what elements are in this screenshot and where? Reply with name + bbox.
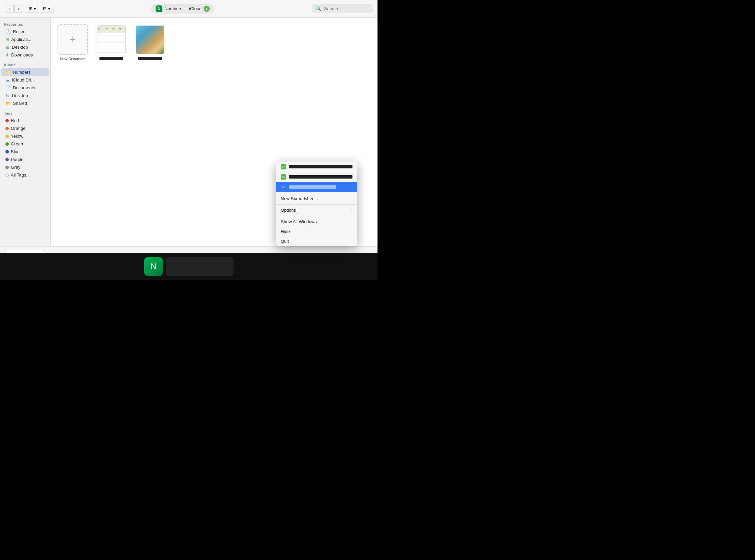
sidebar-item-desktop2[interactable]: 🖥 Desktop (1, 92, 49, 99)
new-document-thumb: + (58, 24, 88, 55)
view-toggle: ⊞ ▾ ⊟ ▾ (26, 5, 54, 13)
sidebar-shared-label: Shared (13, 101, 27, 106)
cm-new-spreadsheet[interactable]: New Spreadsheet... (276, 194, 357, 204)
cm-item-2[interactable]: N (276, 172, 357, 182)
sidebar-item-orange[interactable]: Orange (1, 124, 49, 132)
back-button[interactable]: ‹ (5, 5, 14, 13)
search-input[interactable] (324, 6, 372, 11)
title-pill: N Numbers — iCloud ▴ (151, 4, 215, 14)
cm-divider-2 (276, 204, 357, 205)
file-label-1-redacted (99, 57, 123, 60)
doc-icon: 📄 (5, 85, 11, 90)
toolbar: ‹ › ⊞ ▾ ⊟ ▾ N Numbers — iCloud ▴ 🔍 (0, 0, 378, 18)
download-icon: ⬇ (5, 53, 9, 58)
photo-preview (136, 25, 164, 54)
sidebar-item-desktop[interactable]: 🖥 Desktop (1, 43, 49, 51)
cm-numbers-icon-3: N (281, 184, 286, 190)
purple-dot (5, 158, 9, 161)
cm-divider-1 (276, 193, 357, 193)
all-tags-dot (5, 174, 9, 177)
file-thumb-2 (135, 24, 165, 55)
cloud-icon: ☁ (5, 77, 10, 82)
numbers-app-icon: N (156, 5, 162, 12)
grid-icon: ⊞ (29, 6, 33, 11)
list-dropdown-arrow: ▾ (48, 6, 51, 11)
title-arrow-icon: ▴ (204, 6, 210, 12)
cm-item-1[interactable]: N (276, 162, 357, 172)
clock-icon: 🕐 (5, 29, 11, 34)
cm-options-label: Options (281, 208, 349, 213)
sidebar-section-favourites: Favourites 🕐 Recent ⊞ Applicati... 🖥 Des… (0, 21, 51, 59)
folder-numbers-icon: 📁 (5, 70, 11, 75)
cm-hide[interactable]: Hide (276, 226, 357, 236)
file-grid: + New Document Jan Feb Mar (58, 24, 371, 61)
sidebar-item-downloads[interactable]: ⬇ Downloads (1, 51, 49, 59)
yellow-dot (5, 135, 9, 138)
sidebar-downloads-label: Downloads (11, 53, 33, 58)
sidebar-section-icloud: iCloud 📁 Numbers ☁ iCloud Dri... 📄 Docum… (0, 62, 51, 107)
file-label-2-redacted (138, 57, 162, 60)
search-bar[interactable]: 🔍 (312, 4, 373, 13)
sidebar-item-blue[interactable]: Blue (1, 148, 49, 156)
taskbar: N (0, 253, 378, 280)
cm-show-all-windows[interactable]: Show All Windows (276, 217, 357, 226)
cm-options[interactable]: Options › (276, 205, 357, 215)
cm-label-1-redacted (289, 165, 353, 168)
spreadsheet-preview: Jan Feb Mar Apr (97, 25, 126, 54)
new-document-label: New Document (60, 57, 85, 61)
sidebar: Favourites 🕐 Recent ⊞ Applicati... 🖥 Des… (0, 18, 51, 246)
blue-dot (5, 150, 9, 154)
file-item-2[interactable] (135, 24, 165, 61)
sidebar-item-all-tags[interactable]: All Tags... (1, 171, 49, 179)
cm-show-all-windows-label: Show All Windows (281, 219, 317, 224)
sidebar-item-green[interactable]: Green (1, 140, 49, 148)
desktop-icon: 🖥 (5, 93, 10, 98)
sidebar-header-favourites: Favourites (0, 21, 51, 28)
shared-folder-icon: 📂 (5, 101, 11, 106)
sidebar-item-icloud-drive[interactable]: ☁ iCloud Dri... (1, 76, 49, 84)
cm-divider-3 (276, 216, 357, 216)
cm-numbers-icon-2: N (281, 174, 286, 180)
grid-app-icon: ⊞ (5, 37, 9, 42)
sidebar-item-gray[interactable]: Gray (1, 163, 49, 171)
orange-dot (5, 127, 9, 130)
red-dot (5, 119, 9, 122)
icon-view-button[interactable]: ⊞ ▾ (26, 5, 39, 13)
sidebar-item-applications[interactable]: ⊞ Applicati... (1, 36, 49, 43)
dock-placeholder (166, 257, 233, 276)
cm-quit[interactable]: Quit (276, 236, 357, 246)
cm-label-3-redacted (289, 185, 336, 189)
sidebar-item-recent[interactable]: 🕐 Recent (1, 28, 49, 36)
cm-hide-label: Hide (281, 229, 290, 234)
view-dropdown-arrow: ▾ (34, 6, 36, 11)
plus-icon: + (70, 34, 76, 45)
sidebar-section-tags: Tags Red Orange Yellow Green (0, 110, 51, 179)
green-dot (5, 142, 9, 146)
cm-options-arrow: › (351, 208, 353, 213)
cm-quit-label: Quit (281, 239, 289, 244)
numbers-dock-label: N (151, 262, 156, 271)
forward-button[interactable]: › (14, 5, 23, 13)
title-bar: N Numbers — iCloud ▴ (56, 4, 309, 14)
monitor-icon: 🖥 (5, 45, 10, 50)
dock-numbers-icon[interactable]: N (144, 257, 163, 276)
sidebar-item-numbers[interactable]: 📁 Numbers (1, 68, 49, 76)
sidebar-item-documents[interactable]: 📄 Documents (1, 84, 49, 92)
sidebar-item-red[interactable]: Red (1, 117, 49, 124)
cm-item-3[interactable]: N (276, 182, 357, 192)
context-menu: N N N New Spreadsheet... Options › Show … (276, 162, 357, 246)
sidebar-item-purple[interactable]: Purple (1, 156, 49, 163)
sidebar-item-shared[interactable]: 📂 Shared (1, 99, 49, 107)
file-item-1[interactable]: Jan Feb Mar Apr (96, 24, 126, 61)
gray-dot (5, 166, 9, 169)
sidebar-item-yellow[interactable]: Yellow (1, 132, 49, 140)
file-thumb-1: Jan Feb Mar Apr (96, 24, 126, 55)
list-icon: ⊟ (43, 6, 47, 11)
cm-new-spreadsheet-label: New Spreadsheet... (281, 196, 319, 201)
search-icon: 🔍 (315, 5, 322, 12)
nav-buttons: ‹ › (5, 5, 23, 13)
list-view-button[interactable]: ⊟ ▾ (40, 5, 54, 13)
window-title: Numbers — iCloud (164, 6, 202, 11)
new-document-item[interactable]: + New Document (58, 24, 88, 61)
sidebar-header-icloud: iCloud (0, 62, 51, 68)
